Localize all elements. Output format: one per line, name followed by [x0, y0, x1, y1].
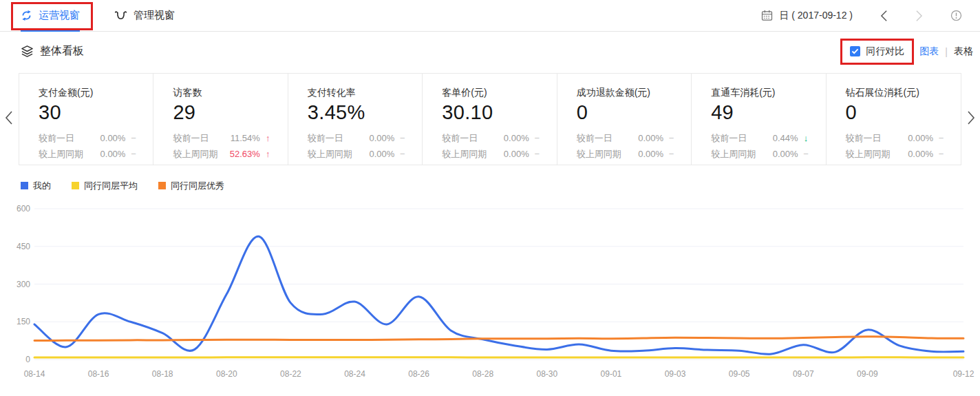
tab-label: 运营视窗 [39, 9, 80, 22]
compare-row-label: 较上周同期 [39, 146, 83, 162]
metric-value: 3.45% [308, 101, 407, 124]
metric-card[interactable]: 直通车消耗(元) 49 较前一日 0.44% ↓ 较上周同期 0.00% − [692, 74, 826, 165]
metric-compare-row: 较上周同期 0.00% − [711, 146, 810, 162]
legend-item[interactable]: 我的 [21, 180, 51, 192]
board-bar: 整体看板 同行对比 图表 | 表格 [0, 32, 980, 71]
view-mode-separator: | [945, 46, 948, 57]
compare-row-label: 较上周同期 [173, 146, 217, 162]
compare-row-value: 11.54% [231, 130, 260, 146]
info-icon [950, 10, 962, 21]
metric-card[interactable]: 钻石展位消耗(元) 0 较前一日 0.00% − 较上周同期 0.00% − [827, 74, 961, 165]
compare-row-value: 0.00% [369, 146, 394, 162]
metric-label: 支付金额(元) [39, 87, 138, 99]
compare-row-value: 0.00% [908, 130, 933, 146]
compare-row-value: 52.63% [230, 146, 260, 162]
compare-row-label: 较前一日 [577, 130, 612, 146]
compare-row-value: 0.00% [908, 146, 933, 162]
metric-card[interactable]: 客单价(元) 30.10 较前一日 0.00% − 较上周同期 0.00% − [423, 74, 557, 165]
metric-label: 直通车消耗(元) [711, 87, 810, 99]
cards-scroll-right-button[interactable] [967, 110, 975, 129]
trend-flat-icon: − [398, 146, 407, 162]
trend-flat-icon: − [667, 130, 676, 146]
metric-compare-row: 较上周同期 0.00% − [846, 146, 946, 162]
compare-row-value: 0.00% [100, 146, 126, 162]
compare-row-value: 0.00% [369, 130, 394, 146]
layers-icon [21, 45, 34, 58]
date-picker-label: 日 ( 2017-09-12 ) [779, 10, 853, 22]
metric-compare-row: 较前一日 0.00% − [39, 130, 138, 146]
view-mode-chart[interactable]: 图表 [919, 45, 939, 58]
metric-label: 客单价(元) [442, 87, 541, 99]
trend-flat-icon: − [802, 146, 811, 162]
x-axis-tick-label: 09-12 [953, 369, 974, 379]
metric-label: 成功退款金额(元) [577, 87, 676, 99]
compare-row-label: 较前一日 [308, 130, 343, 146]
metric-label: 支付转化率 [308, 87, 407, 99]
legend-item[interactable]: 同行同层平均 [72, 180, 138, 192]
next-date-button[interactable] [915, 10, 923, 22]
metric-compare-row: 较上周同期 0.00% − [577, 146, 676, 162]
metric-card[interactable]: 成功退款金额(元) 0 较前一日 0.00% − 较上周同期 0.00% − [557, 74, 692, 165]
compare-row-value: 0.00% [504, 130, 529, 146]
board-title: 整体看板 [21, 44, 84, 59]
compare-row-label: 较上周同期 [442, 146, 487, 162]
tab-management-view[interactable]: 管理视窗 [114, 0, 175, 32]
x-axis-tick-label: 08-30 [536, 369, 557, 379]
compare-row-label: 较上周同期 [846, 146, 891, 162]
info-button[interactable] [950, 10, 962, 21]
legend-label: 同行同层平均 [84, 180, 138, 192]
metric-compare-row: 较前一日 0.00% − [577, 130, 676, 146]
x-axis-tick-label: 08-26 [408, 369, 429, 379]
trend-flat-icon: − [937, 130, 946, 146]
metric-compare-row: 较上周同期 52.63% ↑ [173, 146, 272, 162]
legend-swatch-icon [21, 182, 28, 189]
trend-flat-icon: − [533, 130, 542, 146]
compare-row-value: 0.00% [504, 146, 529, 162]
line-series [34, 337, 963, 341]
metric-card[interactable]: 支付金额(元) 30 较前一日 0.00% − 较上周同期 0.00% − [19, 74, 153, 165]
board-title-text: 整体看板 [40, 44, 84, 59]
metric-value: 0 [577, 101, 676, 124]
trend-line-chart[interactable]: 015030045060008-1408-1608-1808-2008-2208… [0, 197, 980, 396]
legend-swatch-icon [158, 182, 166, 189]
compare-row-label: 较前一日 [39, 130, 74, 146]
x-axis-tick-label: 08-16 [88, 369, 109, 379]
y-axis-tick-label: 150 [17, 317, 30, 326]
metric-cards-row: 支付金额(元) 30 较前一日 0.00% − 较上周同期 0.00% − 访客… [19, 73, 961, 165]
x-axis-tick-label: 08-20 [216, 369, 237, 379]
tab-operation-view[interactable]: 运营视窗 [21, 0, 80, 32]
compare-row-value: 0.00% [638, 146, 663, 162]
cards-scroll-left-button[interactable] [5, 110, 13, 129]
chart-legend: 我的 同行同层平均 同行同层优秀 [21, 180, 980, 191]
metric-card[interactable]: 支付转化率 3.45% 较前一日 0.00% − 较上周同期 0.00% − [288, 74, 423, 165]
top-bar-right: 日 ( 2017-09-12 ) [761, 10, 980, 22]
metric-value: 49 [711, 101, 810, 124]
metric-compare-row: 较上周同期 0.00% − [39, 146, 138, 162]
compare-row-label: 较上周同期 [711, 146, 756, 162]
compare-row-label: 较前一日 [442, 130, 478, 146]
legend-item[interactable]: 同行同层优秀 [158, 180, 224, 192]
compare-row-label: 较前一日 [173, 130, 209, 146]
trend-down-icon: ↓ [802, 130, 811, 146]
trend-flat-icon: − [129, 130, 138, 146]
view-mode-table[interactable]: 表格 [954, 45, 973, 58]
prev-date-button[interactable] [880, 10, 888, 22]
chevron-right-icon [915, 10, 923, 22]
metric-cards-section: 支付金额(元) 30 较前一日 0.00% − 较上周同期 0.00% − 访客… [0, 73, 980, 165]
x-axis-tick-label: 08-22 [280, 369, 301, 379]
x-axis-tick-label: 08-18 [152, 369, 173, 379]
trend-up-icon: ↑ [264, 130, 273, 146]
y-axis-tick-label: 300 [17, 280, 30, 289]
trend-up-icon: ↑ [264, 146, 273, 162]
peer-compare-toggle[interactable]: 同行对比 [840, 39, 914, 65]
metric-card[interactable]: 访客数 29 较前一日 11.54% ↑ 较上周同期 52.63% ↑ [153, 74, 288, 165]
x-axis-tick-label: 09-01 [601, 369, 622, 379]
trend-flat-icon: − [937, 146, 946, 162]
x-axis-tick-label: 09-07 [793, 369, 814, 379]
metric-value: 30.10 [442, 101, 541, 124]
compare-row-value: 0.00% [773, 146, 798, 162]
checkbox-checked-icon[interactable] [850, 46, 860, 56]
x-axis-tick-label: 08-28 [472, 369, 493, 379]
date-picker[interactable]: 日 ( 2017-09-12 ) [761, 10, 853, 22]
legend-swatch-icon [72, 182, 79, 189]
